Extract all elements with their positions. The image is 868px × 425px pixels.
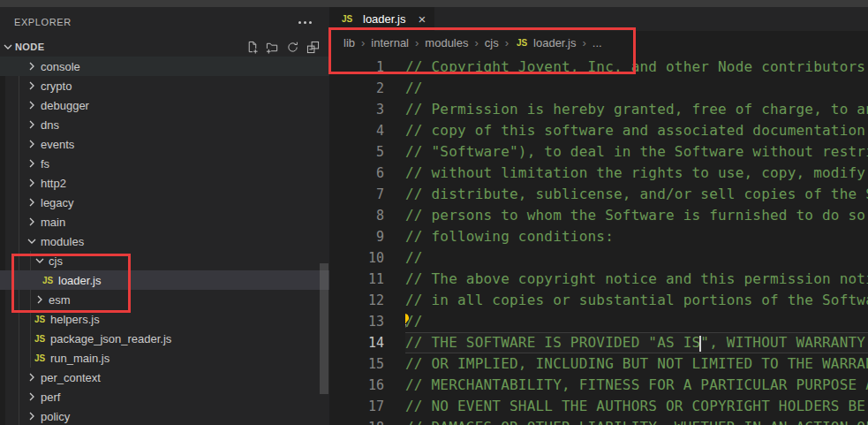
new-file-icon[interactable] xyxy=(244,39,260,55)
tree-item-debugger[interactable]: debugger xyxy=(0,95,329,115)
tree-item-run-main-js[interactable]: JSrun_main.js xyxy=(0,348,329,368)
tree-item-main[interactable]: main xyxy=(0,212,329,231)
tree-item-label: debugger xyxy=(41,99,89,112)
breadcrumb-item-cjs[interactable]: cjs xyxy=(485,36,499,49)
breadcrumb-separator: › xyxy=(505,36,509,49)
tree-item-crypto[interactable]: crypto xyxy=(0,76,329,95)
explorer-sidebar: EXPLORER NODE consolecryptodebuggerdnsev… xyxy=(0,7,329,425)
breadcrumb-label: modules xyxy=(425,36,468,49)
code-line-6[interactable]: 6// without limitation the rights to use… xyxy=(329,163,868,184)
tree-item-label: http2 xyxy=(41,177,66,190)
tree-item-perf[interactable]: perf xyxy=(0,387,329,406)
lightbulb-icon[interactable] xyxy=(405,313,411,329)
code-line-15[interactable]: 15// OR IMPLIED, INCLUDING BUT NOT LIMIT… xyxy=(329,353,868,375)
breadcrumb-item-loader-js[interactable]: JSloader.js xyxy=(515,36,576,49)
line-text: // DAMAGES OR OTHER LIABILITY, WHETHER I… xyxy=(405,417,868,425)
chevron-right-icon xyxy=(33,292,47,307)
tree-item-fs[interactable]: fs xyxy=(0,154,329,173)
code-editor[interactable]: 1// Copyright Joyent, Inc. and other Nod… xyxy=(329,55,868,425)
tree-item-per-context[interactable]: per_context xyxy=(0,368,329,387)
breadcrumb-item-internal[interactable]: internal xyxy=(371,36,409,49)
chevron-right-icon xyxy=(25,156,39,171)
line-number: 5 xyxy=(329,144,384,160)
chevron-right-icon xyxy=(25,195,39,209)
code-line-13[interactable]: 13// xyxy=(329,311,868,332)
code-line-1[interactable]: 1// Copyright Joyent, Inc. and other Nod… xyxy=(329,57,868,78)
tree-item-policy[interactable]: policy xyxy=(0,406,329,425)
code-line-5[interactable]: 5// "Software"), to deal in the Software… xyxy=(329,141,868,163)
line-number: 2 xyxy=(329,80,384,96)
line-number: 16 xyxy=(329,377,384,393)
line-number: 18 xyxy=(329,420,384,425)
section-header-node[interactable]: NODE xyxy=(0,37,329,57)
tree-item-label: loader.js xyxy=(58,274,101,287)
code-line-11[interactable]: 11// The above copyright notice and this… xyxy=(329,269,868,290)
line-text: // xyxy=(405,247,868,269)
tree-item-dns[interactable]: dns xyxy=(0,115,329,134)
line-number: 7 xyxy=(329,186,384,202)
code-line-8[interactable]: 8// persons to whom the Software is furn… xyxy=(329,205,868,226)
code-line-16[interactable]: 16// MERCHANTABILITY, FITNESS FOR A PART… xyxy=(329,375,868,396)
tree-item-label: package_json_reader.js xyxy=(50,332,171,345)
tree-item-events[interactable]: events xyxy=(0,134,329,154)
close-icon[interactable]: × xyxy=(418,12,426,26)
breadcrumb-label: ... xyxy=(593,36,602,49)
breadcrumb-item-modules[interactable]: modules xyxy=(425,36,468,49)
line-text: // in all copies or substantial portions… xyxy=(405,290,868,311)
breadcrumb-separator: › xyxy=(361,36,365,49)
code-line-18[interactable]: 18// DAMAGES OR OTHER LIABILITY, WHETHER… xyxy=(329,417,868,425)
line-text: // without limitation the rights to use,… xyxy=(405,163,868,184)
js-file-icon: JS xyxy=(41,276,55,285)
line-number: 10 xyxy=(329,250,384,266)
line-text: // xyxy=(405,311,868,332)
chevron-right-icon xyxy=(25,215,39,229)
code-line-3[interactable]: 3// Permission is hereby granted, free o… xyxy=(329,99,868,120)
tree-item-label: perf xyxy=(41,391,60,404)
code-line-10[interactable]: 10// xyxy=(329,247,868,269)
breadcrumb: lib›internal›modules›cjs›JSloader.js›... xyxy=(329,31,868,55)
code-line-2[interactable]: 2// xyxy=(329,78,868,99)
tree-item-http2[interactable]: http2 xyxy=(0,173,329,193)
refresh-icon[interactable] xyxy=(284,39,300,55)
tree-item-label: cjs xyxy=(49,254,63,268)
collapse-all-icon[interactable] xyxy=(305,39,321,55)
tree-item-package-json-reader-js[interactable]: JSpackage_json_reader.js xyxy=(0,329,329,348)
breadcrumb-label: internal xyxy=(371,36,409,49)
code-line-9[interactable]: 9// following conditions: xyxy=(329,226,868,247)
tree-item-label: main xyxy=(41,216,65,229)
chevron-down-icon xyxy=(25,234,39,248)
line-number: 6 xyxy=(329,165,384,181)
more-actions-icon[interactable] xyxy=(295,18,315,27)
breadcrumb-label: loader.js xyxy=(533,36,576,49)
breadcrumb-separator: › xyxy=(474,36,478,49)
breadcrumb-item--[interactable]: ... xyxy=(593,36,602,49)
code-line-17[interactable]: 17// NO EVENT SHALL THE AUTHORS OR COPYR… xyxy=(329,396,868,417)
new-folder-icon[interactable] xyxy=(264,39,280,55)
tree-item-console[interactable]: console xyxy=(0,57,329,76)
js-file-icon: JS xyxy=(33,353,47,363)
line-number: 15 xyxy=(329,356,384,372)
tree-item-cjs[interactable]: cjs xyxy=(0,251,329,270)
tree-item-label: dns xyxy=(41,118,59,132)
code-line-12[interactable]: 12// in all copies or substantial portio… xyxy=(329,290,868,311)
tree-item-esm[interactable]: esm xyxy=(0,290,329,309)
tree-item-label: fs xyxy=(41,157,49,171)
chevron-right-icon xyxy=(25,370,39,384)
tree-item-loader-js[interactable]: JSloader.js xyxy=(0,270,329,290)
code-line-14[interactable]: 14// THE SOFTWARE IS PROVIDED "AS IS", W… xyxy=(329,332,868,353)
breadcrumb-item-lib[interactable]: lib xyxy=(343,36,355,49)
section-title: NODE xyxy=(15,42,44,52)
chevron-right-icon xyxy=(25,59,39,73)
code-line-7[interactable]: 7// distribute, sublicense, and/or sell … xyxy=(329,184,868,205)
tree-item-helpers-js[interactable]: JShelpers.js xyxy=(0,309,329,329)
file-tree: consolecryptodebuggerdnseventsfshttp2leg… xyxy=(0,57,329,425)
line-number: 12 xyxy=(329,292,384,308)
sidebar-scrollbar[interactable] xyxy=(320,263,328,394)
line-number: 11 xyxy=(329,271,384,287)
code-line-4[interactable]: 4// copy of this software and associated… xyxy=(329,120,868,141)
tree-item-label: run_main.js xyxy=(50,352,109,365)
tree-item-legacy[interactable]: legacy xyxy=(0,193,329,212)
tree-item-modules[interactable]: modules xyxy=(0,231,329,251)
line-text: // persons to whom the Software is furni… xyxy=(405,205,868,226)
tab-loader-js[interactable]: JS loader.js × xyxy=(329,7,434,31)
